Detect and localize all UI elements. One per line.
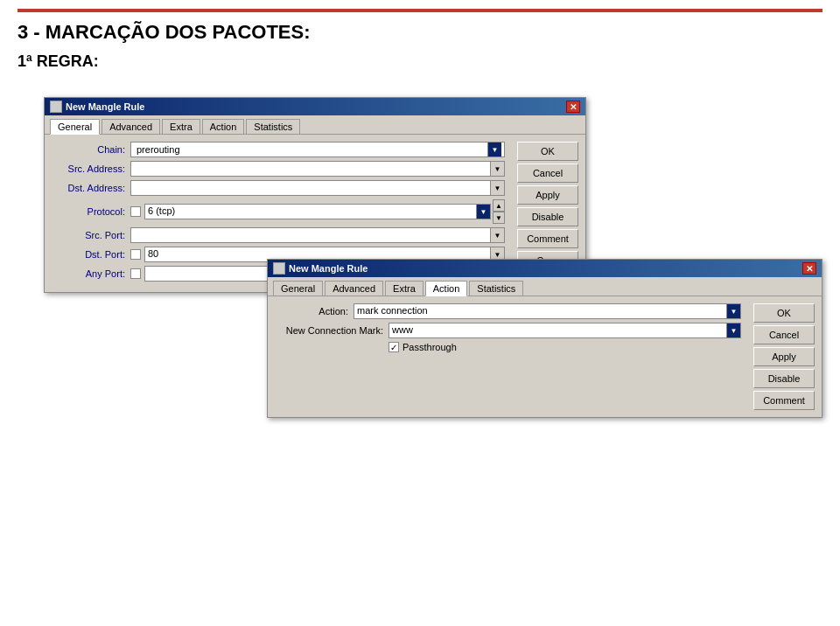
window1-tabs: General Advanced Extra Action Statistics [45,115,585,135]
window1-apply-button[interactable]: Apply [517,185,578,205]
window2-tab-action[interactable]: Action [425,281,468,296]
src-address-arrow[interactable]: ▼ [490,162,504,176]
window2-body: Action: mark connection ▼ New Connection… [268,296,822,417]
window1-tab-general[interactable]: General [50,119,100,135]
window2-side-buttons: OK Cancel Apply Disable Comment [753,303,815,410]
protocol-value: 6 (tcp) [145,205,476,219]
protocol-scroll-up[interactable]: ▲ [493,199,505,212]
protocol-checkbox[interactable] [130,206,141,217]
window1-tab-extra[interactable]: Extra [162,119,200,134]
protocol-dropdown-arrow[interactable]: ▼ [476,205,490,219]
dialogs-container: New Mangle Rule ✕ General Advanced Extra… [18,88,822,421]
window2-form-area: Action: mark connection ▼ New Connection… [275,303,741,410]
src-port-row: Src. Port: ▼ [52,227,505,243]
window1-titlebar: New Mangle Rule ✕ [45,98,585,115]
window2-ok-button[interactable]: OK [753,303,815,323]
page-title: 3 - MARCAÇÃO DOS PACOTES: [18,21,822,44]
action-label: Action: [275,306,354,316]
src-port-arrow[interactable]: ▼ [490,228,504,242]
src-port-input[interactable]: ▼ [130,227,505,243]
any-port-label: Any Port: [52,268,130,279]
new-conn-mark-input[interactable]: www ▼ [388,323,741,338]
src-port-label: Src. Port: [52,230,130,240]
window1-comment-button[interactable]: Comment [517,229,578,248]
dst-address-row: Dst. Address: ▼ [52,180,505,196]
window2-tab-extra[interactable]: Extra [385,281,424,296]
window2-icon [273,262,285,275]
window2: New Mangle Rule ✕ General Advanced Extra… [267,259,822,418]
chain-row: Chain: prerouting ▼ [52,142,505,157]
window1-title: New Mangle Rule [66,101,144,112]
new-conn-mark-value: www [389,323,726,337]
src-address-label: Src. Address: [52,163,130,174]
window2-disable-button[interactable]: Disable [753,369,815,388]
protocol-row: Protocol: 6 (tcp) ▼ ▲ ▼ [52,199,505,224]
dst-address-input[interactable]: ▼ [130,180,505,196]
dst-port-label: Dst. Port: [52,249,130,260]
window2-tabs: General Advanced Extra Action Statistics [268,277,822,296]
window2-title: New Mangle Rule [289,263,368,274]
passthrough-checkbox[interactable]: ✓ [388,342,399,352]
window1-icon [50,101,62,113]
window1-tab-advanced[interactable]: Advanced [102,119,160,134]
passthrough-label: Passthrough [402,342,457,352]
window2-close-button[interactable]: ✕ [802,262,816,275]
protocol-scroll-down[interactable]: ▼ [493,212,505,224]
action-row: Action: mark connection ▼ [275,303,741,319]
window2-main-content: Action: mark connection ▼ New Connection… [275,303,815,410]
window1-ok-button[interactable]: OK [517,142,578,161]
action-value: mark connection [354,304,726,318]
window2-tab-general[interactable]: General [273,281,323,296]
chain-label: Chain: [52,144,130,155]
src-address-input[interactable]: ▼ [130,161,505,177]
window2-comment-button[interactable]: Comment [753,391,815,410]
new-conn-mark-arrow[interactable]: ▼ [726,323,740,337]
new-conn-mark-row: New Connection Mark: www ▼ [275,323,741,338]
window1-tab-statistics[interactable]: Statistics [246,119,300,134]
action-dropdown-arrow[interactable]: ▼ [726,304,740,318]
chain-input[interactable]: prerouting ▼ [130,142,505,157]
new-conn-mark-label: New Connection Mark: [275,325,388,336]
window2-tab-advanced[interactable]: Advanced [325,281,383,296]
passthrough-row: ✓ Passthrough [388,342,741,352]
window1-cancel-button[interactable]: Cancel [517,163,578,183]
window1-tab-action[interactable]: Action [202,119,245,134]
chain-dropdown-arrow[interactable]: ▼ [487,143,501,156]
top-bar [18,9,822,12]
section-title: 1ª REGRA: [18,52,822,71]
dst-port-checkbox[interactable] [130,249,141,260]
window1-titlebar-left: New Mangle Rule [50,101,144,113]
window2-cancel-button[interactable]: Cancel [753,325,815,344]
window2-apply-button[interactable]: Apply [753,347,815,366]
window1-close-button[interactable]: ✕ [566,101,580,113]
window2-titlebar-left: New Mangle Rule [273,262,368,275]
window1-disable-button[interactable]: Disable [517,207,578,226]
action-input[interactable]: mark connection ▼ [354,303,741,319]
window2-titlebar: New Mangle Rule ✕ [268,260,822,277]
any-port-checkbox[interactable] [130,268,141,279]
chain-value: prerouting [134,143,487,156]
dst-address-label: Dst. Address: [52,183,130,193]
src-address-row: Src. Address: ▼ [52,161,505,177]
protocol-scroll: ▲ ▼ [493,199,505,224]
protocol-input[interactable]: 6 (tcp) ▼ [144,204,491,219]
window2-tab-statistics[interactable]: Statistics [469,281,523,296]
dst-address-arrow[interactable]: ▼ [490,181,504,195]
protocol-label: Protocol: [52,206,130,217]
